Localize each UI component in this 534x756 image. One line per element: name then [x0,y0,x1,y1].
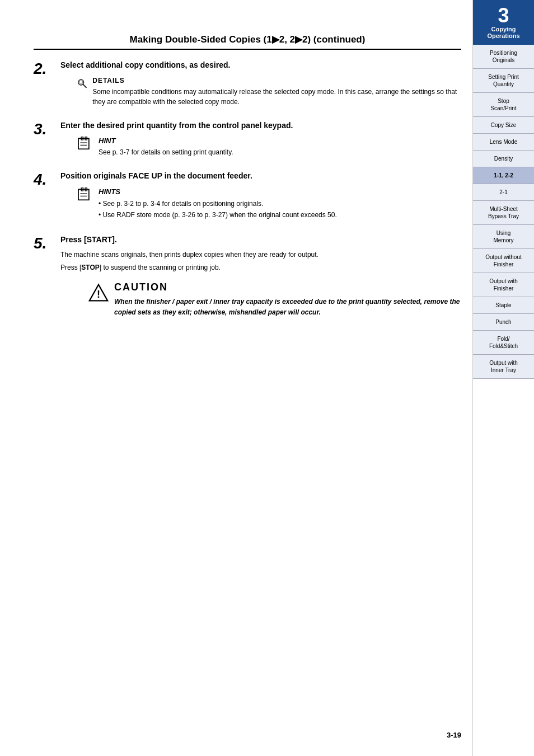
step-3: 3. Enter the desired print quantity from… [34,120,461,163]
caution-text: When the finisher / paper exit / inner t… [114,297,461,318]
sidebar-item-using-memory[interactable]: UsingMemory [473,225,534,249]
sidebar-item-output-inner-tray[interactable]: Output withInner Tray [473,355,534,379]
sidebar-item-punch[interactable]: Punch [473,314,534,331]
hint-text: See p. 3-7 for details on setting print … [99,147,233,157]
sidebar-item-output-with-finisher[interactable]: Output withFinisher [473,273,534,297]
hints-list-item-2: Use RADF store mode (p. 3-26 to p. 3-27)… [99,209,337,220]
svg-text:!: ! [97,289,100,300]
svg-point-2 [79,81,83,84]
sidebar-item-multi-sheet-bypass-tray[interactable]: Multi-SheetBypass Tray [473,201,534,225]
sidebar-active-tab[interactable]: 3 CopyingOperations [473,0,534,45]
sidebar-item-setting-print-quantity[interactable]: Setting PrintQuantity [473,69,534,93]
sidebar-item-density[interactable]: Density [473,151,534,167]
step-2-title: Select additional copy conditions, as de… [60,60,461,71]
sidebar-active-label: CopyingOperations [487,26,519,39]
step-3-content: Enter the desired print quantity from th… [60,120,461,163]
step-5-title: Press [START]. [60,234,461,246]
hints-callout: HINTS See p. 3-2 to p. 3-4 for details o… [77,187,461,221]
sidebar-item-2-1[interactable]: 2-1 [473,184,534,201]
sidebar-item-staple[interactable]: Staple [473,297,534,314]
sidebar-item-1-1-2-2[interactable]: 1-1, 2-2 [473,167,534,184]
hint-icon [77,137,93,150]
step-2-content: Select additional copy conditions, as de… [60,60,461,112]
step-5: 5. Press [START]. The machine scans orig… [34,234,461,326]
step-4-content: Position originals FACE UP in the docume… [60,171,461,226]
caution-icon: ! [88,283,109,303]
sidebar-item-stop-scan-print[interactable]: StopScan/Print [473,93,534,117]
page-title: Making Double-Sided Copies (1▶2, 2▶2) (c… [34,34,461,50]
step-5-number: 5. [34,234,60,251]
svg-line-1 [83,84,86,87]
sidebar-item-positioning-originals[interactable]: PositioningOriginals [473,45,534,69]
hints-list-item-1: See p. 3-2 to p. 3-4 for details on posi… [99,198,337,209]
hints-callout-body: HINTS See p. 3-2 to p. 3-4 for details o… [99,187,337,221]
details-title: DETAILS [92,77,461,84]
caution-title: CAUTION [114,281,461,293]
details-icon [77,77,87,90]
step-2: 2. Select additional copy conditions, as… [34,60,461,112]
step-4-number: 4. [34,171,60,187]
details-callout-body: DETAILS Some incompatible conditions may… [92,77,461,107]
sidebar-item-output-without-finisher[interactable]: Output withoutFinisher [473,249,534,273]
details-text: Some incompatible conditions may automat… [92,87,461,107]
details-callout: DETAILS Some incompatible conditions may… [77,77,461,107]
hint-callout-body: HINT See p. 3-7 for details on setting p… [99,137,233,157]
hint-title: HINT [99,137,233,145]
hints-title: HINTS [99,187,337,196]
page-number: 3-19 [447,731,461,739]
step-5-content: Press [START]. The machine scans origina… [60,234,461,326]
step-5-body-line2: Press [STOP] to suspend the scanning or … [60,262,461,273]
sidebar-item-lens-mode[interactable]: Lens Mode [473,134,534,151]
hint-callout: HINT See p. 3-7 for details on setting p… [77,137,461,157]
hints-icon [77,187,93,201]
step-3-title: Enter the desired print quantity from th… [60,120,461,132]
sidebar-item-copy-size[interactable]: Copy Size [473,117,534,134]
sidebar: 3 CopyingOperations PositioningOriginals… [472,0,534,756]
step-2-number: 2. [34,60,60,77]
sidebar-item-fold-stitch[interactable]: Fold/Fold&Stitch [473,331,534,355]
hints-list: See p. 3-2 to p. 3-4 for details on posi… [99,198,337,221]
caution-body: CAUTION When the finisher / paper exit /… [114,281,461,318]
sidebar-active-number: 3 [475,6,532,26]
step-4-title: Position originals FACE UP in the docume… [60,171,461,182]
caution-box: ! CAUTION When the finisher / paper exit… [88,281,461,318]
step-4: 4. Position originals FACE UP in the doc… [34,171,461,226]
step-3-number: 3. [34,120,60,137]
step-5-body-line1: The machine scans originals, then prints… [60,250,461,260]
